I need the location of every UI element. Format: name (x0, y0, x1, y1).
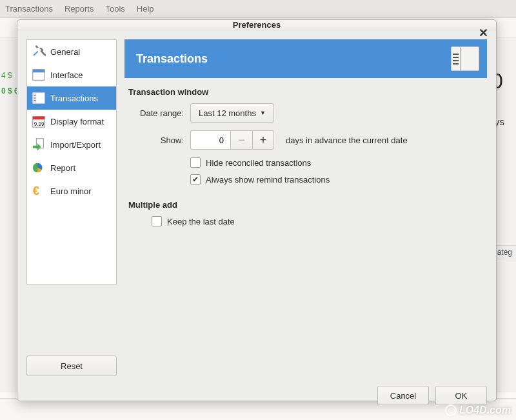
list-icon (31, 90, 46, 106)
cancel-button[interactable]: Cancel (377, 386, 429, 405)
background-left-figures: 4 $ 0 $ 6 (0, 65, 19, 102)
menu-tools[interactable]: Tools (105, 4, 124, 14)
sidebar-item-report[interactable]: Report (27, 156, 116, 179)
dialog-title: Preferences (233, 20, 281, 30)
sidebar-item-euro-minor[interactable]: € Euro minor (27, 179, 116, 203)
euro-icon: € (31, 183, 46, 199)
sidebar-item-import-export[interactable]: Import/Export (27, 133, 116, 156)
sidebar-item-label: General (50, 47, 80, 57)
svg-text:€: € (33, 184, 39, 197)
section-header-title: Transactions (136, 52, 208, 66)
hide-reconciled-label: Hide reconciled transactions (206, 158, 311, 168)
preferences-dialog: Preferences ✕ General Interface (17, 19, 497, 401)
menu-transactions[interactable]: Transactions (5, 4, 53, 14)
stepper-minus-button[interactable]: − (230, 130, 252, 150)
dialog-footer: Cancel OK (17, 385, 496, 405)
sidebar-item-label: Euro minor (50, 186, 92, 196)
sidebar-item-label: Display format (50, 117, 104, 126)
window-icon (31, 67, 46, 83)
date-range-value: Last 12 months (199, 108, 256, 118)
sidebar-item-general[interactable]: General (27, 40, 116, 63)
show-label: Show: (128, 135, 184, 145)
chevron-down-icon: ▼ (260, 110, 266, 116)
sidebar-item-interface[interactable]: Interface (27, 63, 116, 86)
preferences-sidebar: General Interface Transactions (26, 39, 117, 376)
watermark: LO4D.com (445, 405, 511, 416)
sidebar-item-label: Import/Export (50, 140, 101, 150)
sidebar-item-display-format[interactable]: 9.99 Display format (27, 110, 116, 133)
transactions-header-icon (451, 46, 479, 71)
sidebar-item-label: Transactions (50, 94, 98, 103)
preferences-content: Transaction window Date range: Last 12 m… (124, 78, 487, 237)
keep-last-date-label: Keep the last date (167, 217, 235, 226)
close-button[interactable]: ✕ (477, 26, 490, 39)
menu-help[interactable]: Help (137, 4, 154, 14)
globe-icon (445, 405, 457, 416)
keep-last-date-checkbox[interactable] (152, 216, 162, 226)
stepper-plus-button[interactable]: + (252, 130, 274, 150)
show-days-suffix: days in advance the current date (286, 135, 408, 145)
dialog-titlebar: Preferences ✕ (17, 20, 496, 30)
import-export-icon (31, 137, 46, 152)
app-menubar: Transactions Reports Tools Help (0, 0, 516, 18)
close-icon: ✕ (479, 26, 488, 40)
calendar-icon: 9.99 (31, 114, 46, 129)
show-days-input[interactable] (190, 130, 230, 150)
svg-rect-2 (33, 70, 45, 73)
ok-button[interactable]: OK (435, 386, 487, 405)
always-remind-checkbox[interactable] (190, 174, 201, 185)
sidebar-item-label: Interface (50, 70, 83, 80)
date-range-combo[interactable]: Last 12 months ▼ (190, 103, 274, 123)
sidebar-item-transactions[interactable]: Transactions (27, 86, 116, 110)
show-days-stepper[interactable]: − + (190, 130, 274, 150)
hide-reconciled-checkbox[interactable] (190, 157, 201, 168)
svg-text:9.99: 9.99 (34, 121, 45, 127)
svg-rect-0 (34, 51, 39, 56)
preferences-main: Transactions Transaction window Date ran… (124, 39, 487, 376)
always-remind-label: Always show remind transactions (206, 175, 330, 185)
section-header: Transactions (124, 39, 487, 78)
svg-rect-9 (33, 117, 45, 120)
section-transaction-window-title: Transaction window (128, 87, 483, 97)
date-range-label: Date range: (128, 108, 184, 118)
reset-button[interactable]: Reset (26, 355, 117, 376)
section-multiple-add-title: Multiple add (128, 200, 483, 210)
pie-chart-icon (31, 160, 46, 175)
wrench-icon (31, 44, 46, 59)
sidebar-item-label: Report (50, 163, 75, 173)
menu-reports[interactable]: Reports (64, 4, 94, 14)
sidebar-list: General Interface Transactions (26, 39, 117, 285)
